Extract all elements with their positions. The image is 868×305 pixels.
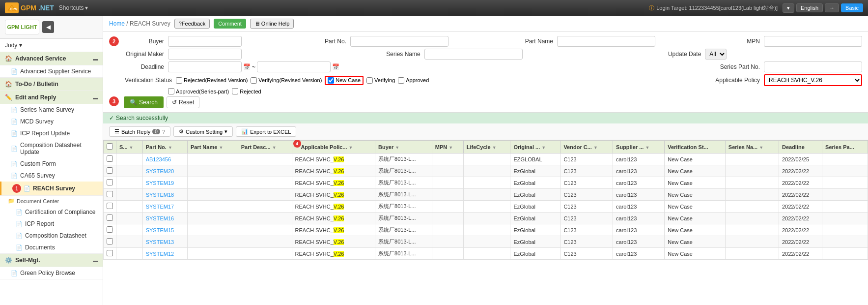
checkbox-approved-series[interactable]: Approved(Series-part) bbox=[168, 88, 229, 94]
basic-button[interactable]: Basic bbox=[841, 3, 863, 12]
cell-checkbox[interactable] bbox=[104, 177, 116, 189]
checkbox-verifying-revised-input[interactable] bbox=[251, 77, 257, 84]
part-no-link[interactable]: SYSTEM19 bbox=[146, 180, 174, 186]
checkbox-new-case[interactable]: New Case bbox=[325, 76, 364, 85]
row-checkbox[interactable] bbox=[107, 179, 113, 185]
sidebar-item-comp-datasheet[interactable]: 📄 Composition Datasheet bbox=[0, 230, 103, 242]
cell-checkbox[interactable] bbox=[104, 201, 116, 213]
user-row[interactable]: Judy ▾ bbox=[0, 39, 103, 52]
checkbox-new-case-input[interactable] bbox=[328, 77, 334, 84]
mpn-input[interactable] bbox=[764, 36, 862, 47]
checkbox-verifying[interactable]: Verifying bbox=[366, 77, 395, 84]
part-no-input[interactable] bbox=[350, 36, 448, 47]
sort-lifecycle[interactable]: ▼ bbox=[492, 145, 497, 150]
sort-original[interactable]: ▼ bbox=[541, 145, 546, 150]
cell-checkbox[interactable] bbox=[104, 213, 116, 224]
cell-part-no[interactable]: SYSTEM20 bbox=[142, 165, 187, 177]
export-excel-button[interactable]: 📊 Export to EXCEL bbox=[236, 126, 296, 137]
language-button[interactable]: English bbox=[796, 3, 823, 12]
sort-series-na[interactable]: ▼ bbox=[759, 145, 763, 150]
sidebar-back-button[interactable]: ◀ bbox=[42, 21, 54, 33]
exit-icon-button[interactable]: → bbox=[825, 3, 839, 12]
checkbox-approved[interactable]: Approved bbox=[398, 77, 429, 84]
part-no-link[interactable]: SYSTEM20 bbox=[146, 168, 174, 174]
calendar-icon-2[interactable]: 📅 bbox=[332, 63, 339, 70]
sidebar-item-reach-survey[interactable]: 1 📄 REACH Survey bbox=[0, 182, 103, 195]
sort-mpn[interactable]: ▼ bbox=[448, 145, 453, 150]
part-no-link[interactable]: SYSTEM18 bbox=[146, 192, 174, 198]
cell-part-no[interactable]: SYSTEM13 bbox=[142, 236, 187, 248]
row-checkbox[interactable] bbox=[107, 214, 113, 221]
sort-buyer[interactable]: ▼ bbox=[395, 145, 399, 150]
cell-part-no[interactable]: SYSTEM18 bbox=[142, 189, 187, 201]
sidebar-item-edit-reply[interactable]: ✏️ Edit and Reply ▬ bbox=[0, 91, 103, 104]
sidebar-item-advanced-service[interactable]: 🏠 Advanced Service ▬ bbox=[0, 52, 103, 65]
part-no-link[interactable]: SYSTEM15 bbox=[146, 227, 174, 233]
series-part-no-input[interactable] bbox=[764, 61, 862, 72]
select-all-checkbox[interactable] bbox=[107, 143, 113, 150]
row-checkbox[interactable] bbox=[107, 155, 113, 162]
sidebar-item-mcd-survey[interactable]: 📄 MCD Survey bbox=[0, 116, 103, 127]
search-button[interactable]: 🔍 Search bbox=[124, 96, 164, 108]
row-checkbox[interactable] bbox=[107, 191, 113, 197]
sort-policy[interactable]: ▼ bbox=[349, 145, 353, 150]
sidebar-item-composition-datasheet[interactable]: 📄 Composition Datasheet Update bbox=[0, 139, 103, 158]
shortcuts-button[interactable]: Shortcuts ▾ bbox=[59, 4, 88, 11]
sidebar-item-document-center[interactable]: 📁 Document Center bbox=[0, 196, 103, 206]
sidebar-item-ca65-survey[interactable]: 📄 CA65 Survey bbox=[0, 170, 103, 182]
batch-reply-button[interactable]: ☰ Batch Reply 0 ? bbox=[109, 126, 170, 137]
part-name-input[interactable] bbox=[557, 36, 655, 47]
dropdown-btn[interactable]: ▾ bbox=[783, 3, 794, 13]
buyer-input[interactable] bbox=[168, 36, 242, 47]
calendar-icon-1[interactable]: 📅 bbox=[243, 63, 251, 70]
checkbox-rejected[interactable]: Rejected bbox=[232, 88, 261, 94]
part-no-link[interactable]: AB123456 bbox=[146, 156, 171, 162]
sidebar-item-icp-report-update[interactable]: 📄 ICP Report Update bbox=[0, 127, 103, 139]
deadline-to-input[interactable] bbox=[257, 61, 331, 72]
sidebar-item-certification[interactable]: 📄 Certification of Compliance bbox=[0, 206, 103, 218]
row-checkbox[interactable] bbox=[107, 167, 113, 174]
feedback-button[interactable]: ?Feedback bbox=[174, 19, 210, 29]
sidebar-item-custom-form[interactable]: 📄 Custom Form bbox=[0, 158, 103, 170]
breadcrumb-home[interactable]: Home bbox=[109, 20, 125, 27]
row-checkbox[interactable] bbox=[107, 238, 113, 244]
checkbox-rejected-revised[interactable]: Rejected(Revised Version) bbox=[176, 77, 248, 84]
deadline-from-input[interactable] bbox=[168, 61, 242, 72]
sidebar-item-green-policy[interactable]: 📄 Green Policy Browse bbox=[0, 267, 103, 279]
sort-supplier[interactable]: ▼ bbox=[645, 145, 649, 150]
cell-part-no[interactable]: SYSTEM19 bbox=[142, 177, 187, 189]
sidebar-item-icp-report[interactable]: 📄 ICP Report bbox=[0, 218, 103, 230]
cell-checkbox[interactable] bbox=[104, 224, 116, 236]
sort-part-no[interactable]: ▼ bbox=[168, 145, 172, 150]
cell-checkbox[interactable] bbox=[104, 189, 116, 201]
cell-checkbox[interactable] bbox=[104, 153, 116, 165]
part-no-link[interactable]: SYSTEM17 bbox=[146, 204, 174, 210]
checkbox-verifying-input[interactable] bbox=[366, 77, 373, 84]
sidebar-item-documents[interactable]: 📄 Documents bbox=[0, 242, 103, 253]
sidebar-item-self-mgt[interactable]: ⚙️ Self-Mgt. ▬ bbox=[0, 254, 103, 267]
cell-part-no[interactable]: SYSTEM12 bbox=[142, 248, 187, 260]
sort-part-name[interactable]: ▼ bbox=[219, 145, 223, 150]
cell-part-no[interactable]: AB123456 bbox=[142, 153, 187, 165]
row-checkbox[interactable] bbox=[107, 203, 113, 209]
update-date-select[interactable]: All bbox=[705, 49, 727, 60]
reset-button[interactable]: ↺ Reset bbox=[167, 96, 199, 108]
checkbox-approved-input[interactable] bbox=[398, 77, 404, 84]
row-checkbox[interactable] bbox=[107, 226, 113, 233]
comment-button[interactable]: Comment bbox=[214, 19, 246, 29]
sort-status[interactable]: ▼ bbox=[129, 145, 134, 150]
cell-checkbox[interactable] bbox=[104, 165, 116, 177]
row-checkbox[interactable] bbox=[107, 250, 113, 256]
cell-part-no[interactable]: SYSTEM17 bbox=[142, 201, 187, 213]
part-no-link[interactable]: SYSTEM12 bbox=[146, 251, 174, 257]
cell-part-no[interactable]: SYSTEM16 bbox=[142, 213, 187, 224]
custom-setting-button[interactable]: ⚙ Custom Setting ▾ bbox=[173, 126, 233, 137]
cell-checkbox[interactable] bbox=[104, 248, 116, 260]
cell-part-no[interactable]: SYSTEM15 bbox=[142, 224, 187, 236]
series-name-input[interactable] bbox=[424, 49, 523, 60]
checkbox-approved-series-input[interactable] bbox=[168, 88, 174, 94]
checkbox-verifying-revised[interactable]: Verifying(Revised Version) bbox=[251, 77, 322, 84]
sort-part-desc[interactable]: ▼ bbox=[272, 145, 277, 150]
sidebar-item-series-name-survey[interactable]: 📄 Series Name Survey bbox=[0, 104, 103, 116]
part-no-link[interactable]: SYSTEM13 bbox=[146, 239, 174, 245]
